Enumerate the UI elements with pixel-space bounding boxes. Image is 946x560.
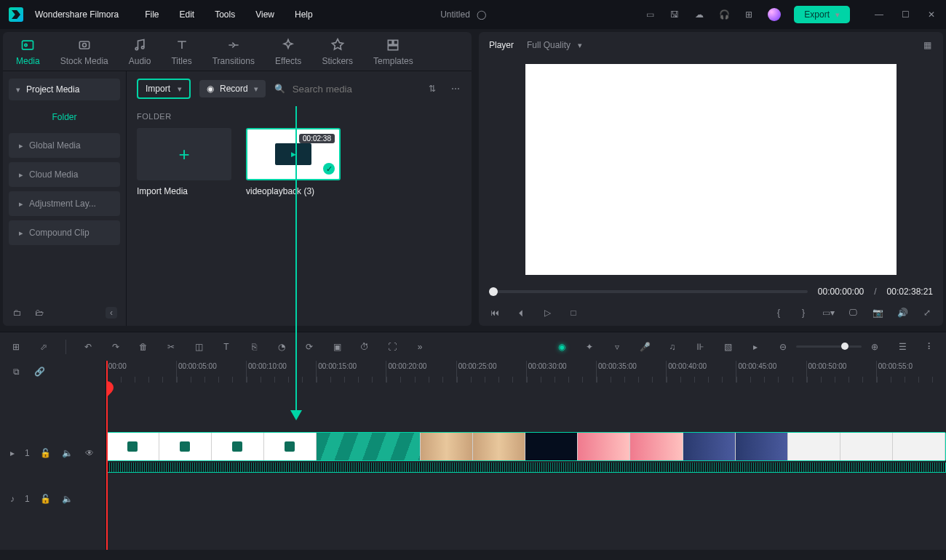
expand-icon[interactable]: ⛶ (386, 341, 398, 353)
apps-icon[interactable]: ⊞ (743, 9, 755, 20)
search-box[interactable]: 🔍 (274, 83, 418, 95)
folder-open-icon[interactable]: 🗁 (33, 307, 45, 319)
snapshot-icon[interactable]: ▦ (921, 39, 933, 51)
music-icon[interactable]: ♫ (667, 341, 678, 353)
close-icon[interactable]: ✕ (926, 9, 937, 20)
picture-icon[interactable]: ▧ (722, 341, 734, 353)
link-icon[interactable]: ⟳ (303, 341, 315, 353)
marker-icon[interactable]: ▿ (611, 341, 623, 353)
volume-icon[interactable]: 🔊 (897, 307, 908, 319)
grid-icon[interactable]: ⊞ (10, 341, 22, 353)
tab-media[interactable]: Media (16, 38, 40, 71)
mic-icon[interactable]: 🎤 (639, 341, 651, 353)
prev-frame-icon[interactable]: ⏮ (489, 307, 501, 319)
device-icon[interactable]: ▭ (644, 9, 656, 20)
tracks-area[interactable]: 00:0000:00:05:0000:00:10:0000:00:15:0000… (106, 361, 946, 550)
mute-icon[interactable]: 🔈 (62, 493, 73, 505)
stop-icon[interactable]: □ (568, 307, 579, 319)
audio-track[interactable] (106, 477, 946, 521)
link-toggle-icon[interactable]: 🔗 (33, 366, 45, 377)
project-media-header[interactable]: ▾ Project Media (9, 79, 120, 100)
maximize-icon[interactable]: ☐ (899, 9, 911, 20)
timeline-clip[interactable] (106, 432, 946, 461)
collapse-sidebar-icon[interactable]: ‹ (106, 307, 117, 319)
save-icon[interactable]: 🖫 (669, 9, 680, 20)
view-mode-icon[interactable]: ☰ (897, 341, 908, 353)
menu-file[interactable]: File (145, 9, 159, 20)
more-tools-icon[interactable]: » (414, 341, 426, 353)
settings-dots-icon[interactable]: ⠇ (924, 341, 936, 353)
ai-icon[interactable]: ◉ (556, 341, 568, 353)
folder-active[interactable]: Folder (3, 105, 126, 131)
mask-icon[interactable]: ▣ (331, 341, 343, 353)
redo-icon[interactable]: ↷ (110, 341, 122, 353)
media-clip-card[interactable]: 00:02:38 ✓ videoplayback (3) (246, 128, 341, 196)
tab-effects[interactable]: Effects (275, 38, 301, 71)
crop-icon[interactable]: ◫ (193, 341, 204, 353)
clip-thumb: 00:02:38 ✓ (246, 128, 341, 180)
search-input[interactable] (291, 83, 393, 95)
tab-transitions[interactable]: Transitions (212, 38, 255, 71)
zoom-out-icon[interactable]: ⊖ (777, 341, 789, 353)
play-icon[interactable]: ▷ (541, 307, 553, 319)
time-ruler[interactable]: 00:0000:00:05:0000:00:10:0000:00:15:0000… (106, 361, 946, 383)
speed-icon[interactable]: ◔ (276, 341, 287, 353)
preview-canvas[interactable] (525, 64, 897, 275)
record-button[interactable]: ◉ Record ▾ (199, 80, 266, 97)
menu-edit[interactable]: Edit (180, 9, 195, 20)
sparkle-icon[interactable]: ✦ (584, 341, 595, 353)
display-icon[interactable]: 🖵 (847, 307, 859, 319)
cut-icon[interactable]: ✂ (165, 341, 177, 353)
video-track[interactable] (106, 429, 946, 477)
export-button[interactable]: Export ▾ (794, 6, 850, 23)
support-icon[interactable]: 🎧 (718, 9, 730, 20)
tab-stock-media[interactable]: Stock Media (60, 38, 108, 71)
minimize-icon[interactable]: — (873, 9, 885, 20)
fullscreen-icon[interactable]: ⤢ (921, 307, 933, 319)
mixer-icon[interactable]: ⊪ (694, 341, 706, 353)
menu-tools[interactable]: Tools (215, 9, 235, 20)
camera-icon[interactable]: 📷 (872, 307, 883, 319)
scrub-track[interactable] (489, 290, 808, 293)
tab-templates[interactable]: Templates (373, 38, 413, 71)
menu-view[interactable]: View (255, 9, 274, 20)
timer-icon[interactable]: ⏱ (359, 341, 370, 353)
quality-select[interactable]: Full Quality ▾ (527, 40, 582, 50)
mark-out-icon[interactable]: } (798, 307, 809, 319)
sidebar-item-compound[interactable]: ▸Compound Clip (9, 220, 120, 245)
more-icon[interactable]: ⋯ (450, 83, 461, 95)
zoom-slider[interactable] (796, 345, 862, 348)
visibility-icon[interactable]: 👁 (84, 447, 95, 459)
new-folder-icon[interactable]: 🗀 (12, 307, 23, 319)
render-icon[interactable]: ▸ (750, 341, 761, 353)
copy-icon[interactable]: ⎘ (248, 341, 260, 353)
lock-icon[interactable]: 🔓 (40, 493, 52, 505)
menu-help[interactable]: Help (295, 9, 313, 20)
lock-icon[interactable]: 🔓 (40, 447, 52, 459)
undo-icon[interactable]: ↶ (82, 341, 94, 353)
step-back-icon[interactable]: ⏴ (515, 307, 527, 319)
playhead[interactable] (106, 361, 108, 550)
cloud-icon[interactable]: ☁ (693, 9, 705, 20)
import-media-card[interactable]: + Import Media (137, 128, 231, 196)
mute-icon[interactable]: 🔈 (62, 447, 73, 459)
user-avatar[interactable] (768, 8, 781, 21)
tab-titles[interactable]: Titles (171, 38, 191, 71)
zoom-in-icon[interactable]: ⊕ (869, 341, 881, 353)
ratio-icon[interactable]: ▭▾ (822, 307, 834, 319)
layers-icon[interactable]: ⧉ (10, 366, 22, 377)
mark-in-icon[interactable]: { (773, 307, 784, 319)
pointer-icon[interactable]: ⬀ (38, 341, 49, 353)
sidebar-item-adjustment[interactable]: ▸Adjustment Lay... (9, 191, 120, 216)
audio-track-header[interactable]: ♪ 1 🔓 🔈 (0, 477, 106, 521)
tab-stickers[interactable]: Stickers (322, 38, 353, 71)
tab-audio[interactable]: Audio (129, 38, 151, 71)
import-button[interactable]: Import ▾ (137, 79, 191, 99)
filter-icon[interactable]: ⇅ (426, 83, 438, 95)
video-track-header[interactable]: ▸ 1 🔓 🔈 👁 (0, 429, 106, 477)
delete-icon[interactable]: 🗑 (138, 341, 149, 353)
scrub-thumb[interactable] (489, 287, 498, 296)
text-icon[interactable]: T (220, 341, 232, 353)
sidebar-item-global[interactable]: ▸Global Media (9, 133, 120, 158)
sidebar-item-cloud[interactable]: ▸Cloud Media (9, 162, 120, 187)
